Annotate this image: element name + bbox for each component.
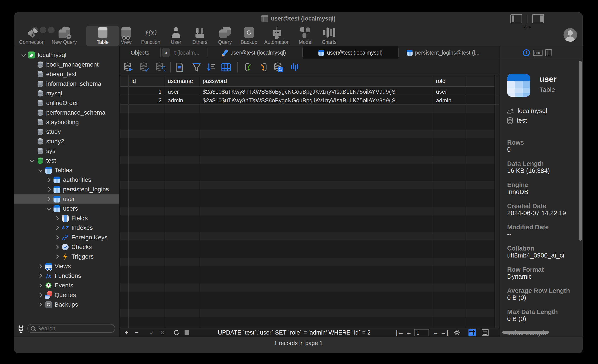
import-icon[interactable]	[242, 62, 254, 73]
tree-item-information-schema[interactable]: information_schema	[14, 79, 119, 89]
connection-plug-icon[interactable]	[17, 325, 25, 333]
rollback-icon[interactable]	[155, 62, 166, 73]
tree-item-views[interactable]: Views	[14, 261, 119, 271]
cell-id[interactable]: 2	[128, 96, 165, 105]
delete-record-button[interactable]: −	[132, 328, 141, 337]
tab-2[interactable]: user@test (localmysql)	[208, 46, 302, 59]
toolbar-item-automation[interactable]: Automation	[261, 26, 293, 46]
sidebar-search-box[interactable]	[27, 324, 115, 333]
add-record-button[interactable]: +	[122, 328, 131, 337]
chevron-right-icon[interactable]	[37, 293, 44, 297]
commit-icon[interactable]	[139, 62, 150, 73]
chevron-right-icon[interactable]	[37, 265, 44, 268]
text-options-icon[interactable]	[174, 62, 185, 73]
tree-item-localmysql[interactable]: localmysql	[14, 50, 119, 60]
chevron-right-icon[interactable]	[37, 284, 44, 287]
charts-icon[interactable]	[289, 62, 300, 73]
toolbar-item-new_query[interactable]: +New Query	[48, 26, 81, 46]
toolbar-item-connection[interactable]: +Connection	[16, 26, 48, 46]
grid-body[interactable]: 1user$2a$10$uTKwy8nTXWSS8oBygcNGouBpgJKv…	[120, 87, 499, 328]
toggle-right-pane-icon[interactable]	[532, 14, 544, 23]
chevron-right-icon[interactable]	[46, 188, 52, 191]
tab-collapsed-tabs[interactable]: «t (localm...	[161, 46, 207, 59]
data-grid[interactable]: idusernamepasswordrole 1user$2a$10$uTKwy…	[120, 75, 499, 328]
tree-item-functions[interactable]: ƒxFunctions	[14, 271, 119, 281]
tab-3[interactable]: user@test (localmysql)	[303, 46, 398, 59]
cell-role[interactable]: user	[433, 87, 466, 96]
column-header-id[interactable]: id	[128, 75, 165, 87]
chevron-down-icon[interactable]	[46, 208, 52, 210]
chevron-right-icon[interactable]	[54, 217, 60, 220]
chevron-right-icon[interactable]	[46, 197, 52, 201]
chevron-down-icon[interactable]	[37, 169, 44, 171]
tab-objects[interactable]: Objects	[120, 46, 160, 59]
chevron-right-icon[interactable]	[37, 274, 44, 277]
cell-username[interactable]: user	[165, 87, 200, 96]
tree-item-persistent-logins[interactable]: persistent_logins	[14, 185, 119, 194]
info-panel-horizontal-scrollbar[interactable]	[502, 331, 549, 334]
begin-transaction-icon[interactable]	[123, 62, 134, 73]
columns-icon[interactable]	[220, 62, 232, 73]
chevron-down-icon[interactable]	[20, 54, 27, 56]
tab-4[interactable]: persistent_logins@test (l...	[399, 46, 487, 59]
tree-item-mysql[interactable]: mysql	[14, 89, 119, 98]
export-icon[interactable]	[258, 62, 269, 73]
discard-changes-button[interactable]: ✕	[158, 328, 167, 337]
tree-item-study[interactable]: study	[14, 127, 119, 137]
cell-id[interactable]: 1	[128, 87, 165, 96]
tree-item-sys[interactable]: sys	[14, 146, 119, 156]
tree-item-test[interactable]: test	[14, 156, 119, 165]
stop-button[interactable]	[182, 328, 192, 337]
chevron-right-icon[interactable]	[54, 255, 60, 258]
account-avatar[interactable]	[564, 28, 577, 42]
refresh-button[interactable]	[172, 328, 181, 337]
tree-item-foreign-keys[interactable]: Foreign Keys	[14, 233, 119, 242]
chevron-right-icon[interactable]	[54, 245, 60, 249]
cell-username[interactable]: admin	[165, 96, 200, 105]
tree-item-user[interactable]: user	[14, 194, 119, 204]
tree-item-performance-schema[interactable]: performance_schema	[14, 108, 119, 117]
toolbar-item-charts[interactable]: Charts	[313, 26, 346, 46]
column-header-username[interactable]: username	[165, 75, 200, 87]
toggle-left-pane-icon[interactable]	[510, 14, 522, 23]
filter-icon[interactable]	[191, 62, 202, 73]
form-view-button[interactable]	[480, 328, 490, 337]
tree-item-triggers[interactable]: Triggers	[14, 252, 119, 261]
apply-changes-button[interactable]: ✓	[147, 328, 157, 337]
previous-page-button[interactable]: ←	[404, 328, 414, 337]
page-number-input[interactable]	[414, 329, 429, 336]
chevron-right-icon[interactable]	[54, 226, 60, 229]
data-generation-icon[interactable]: 101ABC	[273, 62, 284, 73]
column-header-role[interactable]: role	[433, 75, 466, 87]
tree-item-onlineorder[interactable]: onlineOrder	[14, 98, 119, 108]
chevron-right-icon[interactable]	[46, 178, 52, 181]
tree-item-ebean-test[interactable]: ebean_test	[14, 69, 119, 79]
cell-role[interactable]: admin	[433, 96, 466, 105]
info-panel-vertical-scrollbar[interactable]	[579, 61, 582, 241]
tree-item-book-management[interactable]: book_management	[14, 60, 119, 69]
ddl-tab-icon[interactable]: DDL	[533, 49, 542, 57]
tree-item-backups[interactable]: Backups	[14, 300, 119, 309]
tree-item-study2[interactable]: study2	[14, 137, 119, 146]
chevron-down-icon[interactable]	[29, 160, 35, 162]
collapse-tabs-icon[interactable]: «	[162, 48, 170, 57]
tree-item-authorities[interactable]: authorities	[14, 175, 119, 185]
search-input[interactable]	[37, 325, 112, 332]
cell-password[interactable]: $2a$10$uTKwy8nTXWSS8oBygcNGouBpgJKv1nyVI…	[200, 87, 433, 96]
chevron-right-icon[interactable]	[54, 236, 60, 239]
cell-password[interactable]: $2a$10$uTKwy8nTXWSS8oBygcNGouBpgJKv1nyVI…	[200, 96, 433, 105]
tree-item-users[interactable]: users	[14, 204, 119, 213]
tree-item-staybooking[interactable]: staybooking	[14, 117, 119, 127]
sort-icon[interactable]	[205, 62, 217, 73]
next-page-button[interactable]: →	[431, 328, 440, 337]
title-bar[interactable]: user@test (localmysql)	[14, 12, 583, 25]
tree-item-queries[interactable]: Queries	[14, 290, 119, 300]
tree-item-checks[interactable]: Checks	[14, 242, 119, 252]
last-page-button[interactable]: →|	[440, 328, 449, 337]
tree-item-events[interactable]: Events	[14, 281, 119, 290]
tree-item-indexes[interactable]: A-ZIndexes	[14, 223, 119, 233]
chevron-right-icon[interactable]	[37, 303, 44, 306]
tree-item-fields[interactable]: Fields	[14, 213, 119, 223]
grid-view-button[interactable]	[467, 328, 477, 337]
table-row[interactable]: 1user$2a$10$uTKwy8nTXWSS8oBygcNGouBpgJKv…	[120, 87, 499, 96]
